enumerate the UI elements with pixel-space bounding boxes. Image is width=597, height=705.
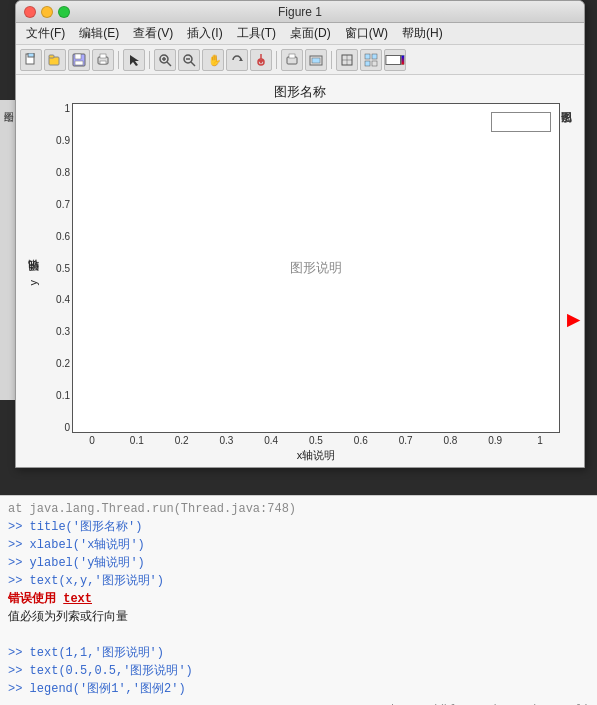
svg-rect-9 xyxy=(100,61,106,64)
console-error-desc: 值必须为列索或行向量 xyxy=(8,608,589,626)
menu-bar: 文件(F) 编辑(E) 查看(V) 插入(I) 工具(T) 桌面(D) 窗口(W… xyxy=(16,23,584,45)
svg-rect-24 xyxy=(289,54,295,58)
toolbar-rotate[interactable] xyxy=(226,49,248,71)
plot-container: 图形名称 图形说明 y轴说明 0 0.1 0.2 0.3 0.4 xyxy=(16,75,584,467)
console-line-ylabel: >> ylabel('y轴说明') xyxy=(8,554,589,572)
legend-box xyxy=(491,112,551,132)
svg-rect-35 xyxy=(401,55,404,64)
console-blank xyxy=(8,626,589,644)
toolbar-zoom-out[interactable] xyxy=(178,49,200,71)
window-title: Figure 1 xyxy=(278,5,322,19)
svg-text:✋: ✋ xyxy=(208,53,220,67)
xtick-06: 0.6 xyxy=(341,435,381,446)
xtick-09: 0.9 xyxy=(475,435,515,446)
svg-rect-5 xyxy=(75,54,81,59)
menu-help[interactable]: 帮助(H) xyxy=(396,23,449,44)
toolbar-colorbar[interactable] xyxy=(384,49,406,71)
menu-desktop[interactable]: 桌面(D) xyxy=(284,23,337,44)
menu-edit[interactable]: 编辑(E) xyxy=(73,23,125,44)
svg-marker-19 xyxy=(239,58,243,61)
svg-rect-32 xyxy=(365,61,370,66)
ytick-02: 0.2 xyxy=(44,358,70,369)
minimize-button[interactable] xyxy=(41,6,53,18)
svg-line-12 xyxy=(167,62,171,66)
svg-rect-3 xyxy=(49,55,54,58)
xtick-07: 0.7 xyxy=(386,435,426,446)
console-line-text-error: >> text(x,y,'图形说明') xyxy=(8,572,589,590)
ytick-08: 0.8 xyxy=(44,167,70,178)
xtick-04: 0.4 xyxy=(251,435,291,446)
console-error-line: 错误使用 text xyxy=(8,590,589,608)
toolbar-cursor[interactable] xyxy=(123,49,145,71)
console-line-title: >> title('图形名称') xyxy=(8,518,589,536)
close-button[interactable] xyxy=(24,6,36,18)
xtick-02: 0.2 xyxy=(162,435,202,446)
xlabel: x轴说明 xyxy=(72,448,560,463)
chart-description: 图形说明 xyxy=(290,259,342,277)
svg-rect-34 xyxy=(386,55,401,64)
console-line-text2: >> text(0.5,0.5,'图形说明') xyxy=(8,662,589,680)
svg-rect-8 xyxy=(100,54,106,58)
title-bar: Figure 1 xyxy=(16,1,584,23)
toolbar-subplot[interactable] xyxy=(360,49,382,71)
svg-rect-26 xyxy=(312,58,320,63)
svg-rect-1 xyxy=(28,53,34,57)
xtick-01: 0.1 xyxy=(117,435,157,446)
ytick-06: 0.6 xyxy=(44,231,70,242)
plot-area: y轴说明 0 0.1 0.2 0.3 0.4 0.5 0.6 0.7 xyxy=(24,103,576,463)
maximize-button[interactable] xyxy=(58,6,70,18)
menu-tools[interactable]: 工具(T) xyxy=(231,23,282,44)
console-line-text1: >> text(1,1,'图形说明') xyxy=(8,644,589,662)
xtick-03: 0.3 xyxy=(206,435,246,446)
axis-container: 0 0.1 0.2 0.3 0.4 0.5 0.6 0.7 0.8 0.9 1 xyxy=(72,103,560,463)
ytick-03: 0.3 xyxy=(44,326,70,337)
svg-rect-30 xyxy=(365,54,370,59)
menu-file[interactable]: 文件(F) xyxy=(20,23,71,44)
toolbar-pan[interactable]: ✋ xyxy=(202,49,224,71)
ylabel: y轴说明 xyxy=(26,280,41,286)
ytick-07: 0.7 xyxy=(44,199,70,210)
toolbar-sep2 xyxy=(149,51,150,69)
plot-title: 图形名称 xyxy=(24,83,576,101)
console-line-stack: at java.lang.Thread.run(Thread.java:748) xyxy=(8,500,589,518)
toolbar-sep3 xyxy=(276,51,277,69)
toolbar-save[interactable] xyxy=(68,49,90,71)
xticks: 0 0.1 0.2 0.3 0.4 0.5 0.6 0.7 0.8 0.9 1 xyxy=(72,433,560,446)
svg-rect-33 xyxy=(372,61,377,66)
menu-window[interactable]: 窗口(W) xyxy=(339,23,394,44)
figure-window: Figure 1 文件(F) 编辑(E) 查看(V) 插入(I) 工具(T) 桌… xyxy=(15,0,585,468)
toolbar: ✋ xyxy=(16,45,584,75)
toolbar-datacursor[interactable] xyxy=(250,49,272,71)
menu-view[interactable]: 查看(V) xyxy=(127,23,179,44)
svg-rect-31 xyxy=(372,54,377,59)
ytick-01: 0.1 xyxy=(44,390,70,401)
console-line-legend: >> legend('图例1','图例2') xyxy=(8,680,589,698)
svg-rect-6 xyxy=(75,61,83,65)
menu-insert[interactable]: 插入(I) xyxy=(181,23,228,44)
xtick-1: 1 xyxy=(520,435,560,446)
svg-line-16 xyxy=(191,62,195,66)
right-indicator: ▶ xyxy=(567,310,579,329)
ytick-1: 1 xyxy=(44,103,70,114)
ytick-0: 0 xyxy=(44,422,70,433)
ytick-04: 0.4 xyxy=(44,294,70,305)
xtick-0: 0 xyxy=(72,435,112,446)
toolbar-sep4 xyxy=(331,51,332,69)
toolbar-open[interactable] xyxy=(44,49,66,71)
toolbar-print[interactable] xyxy=(92,49,114,71)
ytick-05: 0.5 xyxy=(44,263,70,274)
toolbar-grid[interactable] xyxy=(336,49,358,71)
xtick-08: 0.8 xyxy=(430,435,470,446)
toolbar-export[interactable] xyxy=(305,49,327,71)
ylabel-container: y轴说明 xyxy=(24,103,42,463)
toolbar-sep1 xyxy=(118,51,119,69)
xtick-05: 0.5 xyxy=(296,435,336,446)
chart-plot-area[interactable]: 图形说明 xyxy=(72,103,560,433)
toolbar-new[interactable] xyxy=(20,49,42,71)
yticks: 0 0.1 0.2 0.3 0.4 0.5 0.6 0.7 0.8 0.9 1 xyxy=(44,103,70,433)
toolbar-print2[interactable] xyxy=(281,49,303,71)
console-area: at java.lang.Thread.run(Thread.java:748)… xyxy=(0,495,597,705)
toolbar-zoom-in[interactable] xyxy=(154,49,176,71)
svg-marker-10 xyxy=(130,55,139,66)
console-line-xlabel: >> xlabel('x轴说明') xyxy=(8,536,589,554)
